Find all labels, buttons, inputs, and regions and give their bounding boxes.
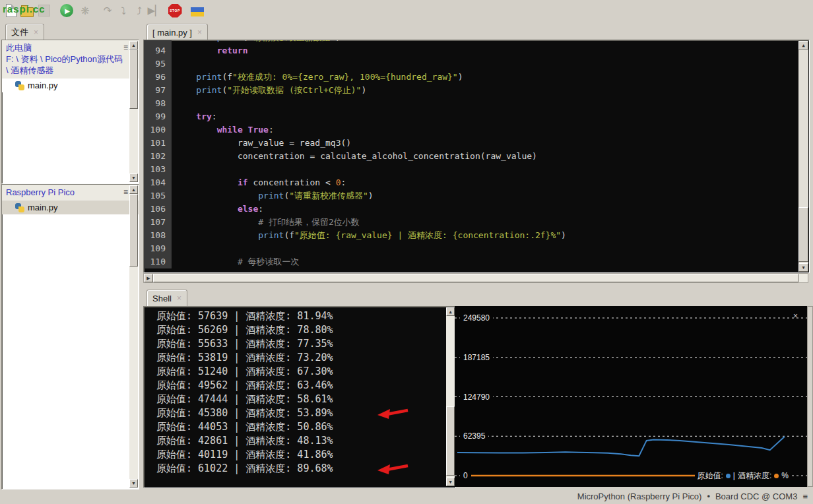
files-panel-header: 此电脑 F: \ 资料 \ Pico的Python源代码 \ 酒精传感器 ≡ — [2, 40, 139, 79]
line-number: 104 — [144, 176, 172, 189]
python-file-icon — [15, 81, 24, 90]
scroll-up-icon[interactable]: ▲ — [798, 41, 808, 49]
line-number: 108 — [144, 229, 172, 242]
line-number: 107 — [144, 216, 172, 229]
close-icon[interactable]: × — [34, 28, 38, 37]
scroll-thumb[interactable] — [798, 207, 808, 262]
line-number: 99 — [144, 110, 172, 123]
path-line-1[interactable]: F: \ 资料 \ Pico的Python源代码 — [6, 53, 135, 65]
device-panel: Raspberry Pi Pico ≡ main.py ▲ ▼ — [1, 184, 139, 489]
code-line: 108 print(f"原始值: {raw_value} | 酒精浓度: {co… — [144, 229, 809, 242]
scroll-down-icon[interactable]: ▼ — [129, 479, 138, 488]
code-text — [172, 163, 176, 176]
editor-vertical-scrollbar[interactable]: ▲ ▼ — [798, 41, 808, 272]
device-header-label[interactable]: Raspberry Pi Pico — [6, 187, 135, 198]
scroll-down-icon[interactable]: ▼ — [446, 478, 455, 486]
code-line: 98 — [144, 97, 809, 110]
code-text: else: — [172, 203, 263, 216]
run-icon[interactable]: ▶ — [59, 3, 74, 18]
this-pc-link[interactable]: 此电脑 — [6, 42, 135, 53]
tab-files-label: 文件 — [11, 26, 28, 38]
close-icon[interactable]: × — [197, 28, 202, 37]
brand-text: raspi.cc — [3, 3, 46, 15]
step-out-icon[interactable]: ⤴ — [132, 3, 146, 18]
code-text: while True: — [172, 123, 274, 137]
shell-scrollbar[interactable]: ▲ ▼ — [446, 307, 455, 486]
device-scrollbar[interactable]: ▲ ▼ — [129, 185, 138, 488]
line-number: 105 — [144, 189, 172, 203]
code-text — [172, 57, 176, 71]
plot-close-icon[interactable]: × — [793, 311, 798, 321]
raw-value-series-line — [457, 437, 785, 457]
editor-horizontal-scrollbar[interactable]: ◀ ▶ — [143, 273, 808, 283]
tab-shell[interactable]: Shell × — [146, 290, 187, 306]
code-line: 99 try: — [144, 110, 809, 123]
scroll-up-icon[interactable]: ▲ — [129, 41, 138, 49]
line-number: 103 — [144, 163, 172, 176]
scroll-up-icon[interactable]: ▲ — [446, 307, 455, 316]
red-arrow-annotation — [376, 462, 410, 476]
legend-marker — [774, 474, 779, 478]
code-line: 95 — [144, 57, 809, 71]
code-line: 110 # 每秒读取一次 — [144, 255, 809, 268]
step-into-icon[interactable]: ⤵ — [116, 3, 131, 18]
scroll-thumb[interactable] — [129, 194, 138, 267]
stop-icon[interactable]: STOP — [168, 3, 182, 18]
local-file-label: main.py — [28, 80, 58, 90]
step-over-icon[interactable]: ↷ — [100, 3, 115, 18]
code-editor[interactable]: 93 print("请稍候获取全新数据")94 return9596 print… — [143, 40, 810, 273]
line-number: 109 — [144, 242, 172, 255]
scroll-up-icon[interactable]: ▲ — [129, 185, 138, 194]
shell-output-row: 原始值: 56269 | 酒精浓度: 78.80% — [144, 323, 455, 337]
plot-canvas — [455, 306, 807, 487]
tab-files[interactable]: 文件 × — [5, 24, 44, 40]
scroll-thumb[interactable] — [446, 406, 455, 476]
scroll-right-icon[interactable]: ▶ — [144, 274, 153, 282]
shell-output-row: 原始值: 40119 | 酒精浓度: 41.86% — [144, 448, 455, 462]
line-number: 97 — [144, 84, 172, 97]
y-axis-label: 249580 — [460, 313, 493, 323]
line-number: 110 — [144, 255, 172, 268]
device-file-label: main.py — [28, 203, 58, 212]
code-text: concentration = calculate_alcohol_concen… — [172, 150, 537, 163]
shell-output-row: 原始值: 53819 | 酒精浓度: 73.20% — [144, 351, 455, 365]
code-line: 105 print("请重新校准传感器") — [144, 189, 809, 203]
line-number: 102 — [144, 150, 172, 163]
line-number: 98 — [144, 97, 172, 110]
plotter-scrollbar[interactable] — [807, 306, 813, 487]
code-text: print(f"原始值: {raw_value} | 酒精浓度: {concen… — [172, 229, 566, 242]
code-line: 104 if concentration < 0: — [144, 176, 809, 189]
toolbar: raspi.cc ▶ ❋ ↷ ⤵ ⤴ ▶▏ STOP — [0, 0, 813, 22]
close-icon[interactable]: × — [177, 294, 181, 303]
legend-label: 原始值: — [698, 470, 723, 481]
code-line: 100 while True: — [144, 123, 809, 137]
resume-icon[interactable]: ▶▏ — [148, 3, 162, 18]
scroll-thumb[interactable] — [129, 49, 138, 109]
status-port: Board CDC @ COM3 — [715, 491, 797, 501]
files-menu-icon[interactable]: ≡ — [123, 43, 128, 52]
legend-label: 酒精浓度: — [738, 470, 771, 481]
line-number: 93 — [144, 40, 172, 44]
files-scrollbar[interactable]: ▲ ▼ — [129, 41, 138, 182]
code-text: raw_value = read_mq3() — [172, 137, 351, 150]
scroll-down-icon[interactable]: ▼ — [798, 263, 808, 272]
device-menu-icon[interactable]: ≡ — [123, 187, 128, 197]
code-line: 103 — [144, 163, 809, 176]
scroll-thumb[interactable] — [153, 274, 798, 282]
path-line-2[interactable]: \ 酒精传感器 — [6, 65, 135, 76]
local-file-main-py[interactable]: main.py — [2, 79, 139, 92]
scroll-down-icon[interactable]: ▼ — [129, 173, 138, 182]
code-text: try: — [172, 110, 217, 123]
code-text — [172, 97, 176, 110]
status-menu-icon[interactable]: ≡ — [802, 491, 808, 501]
python-file-icon — [15, 203, 24, 212]
y-axis-label: 187185 — [460, 352, 493, 363]
shell-output-row: 原始值: 57639 | 酒精浓度: 81.94% — [144, 309, 455, 323]
device-file-main-py[interactable]: main.py — [2, 201, 139, 214]
legend-marker — [726, 474, 731, 478]
code-line: 93 print("请稍候获取全新数据") — [144, 40, 809, 44]
shell-output-row: 原始值: 47444 | 酒精浓度: 58.61% — [144, 393, 455, 406]
tab-main-py[interactable]: [ main.py ] × — [146, 24, 208, 40]
shell-output[interactable]: 原始值: 57639 | 酒精浓度: 81.94%原始值: 56269 | 酒精… — [143, 306, 456, 488]
debug-icon[interactable]: ❋ — [78, 3, 92, 18]
